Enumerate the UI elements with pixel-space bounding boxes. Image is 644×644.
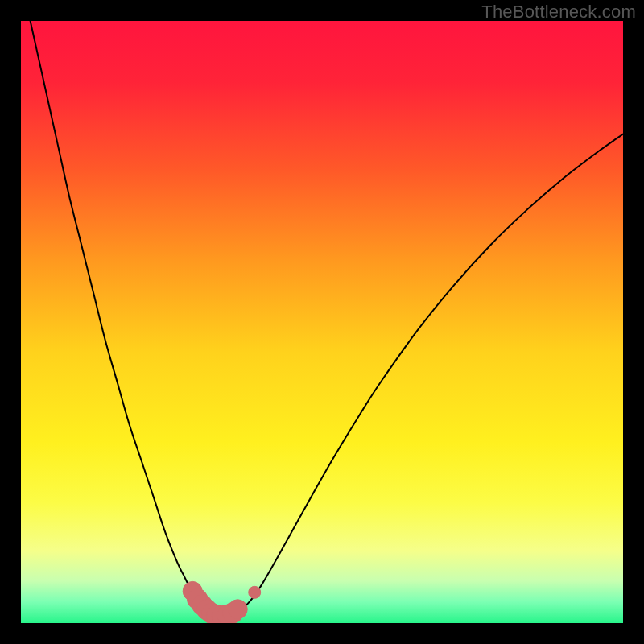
chart-frame: TheBottleneck.com [0, 0, 644, 644]
gradient-background [21, 21, 623, 623]
plot-area [21, 21, 623, 623]
chart-svg [21, 21, 623, 623]
curve-marker [249, 586, 261, 598]
curve-marker [228, 600, 247, 619]
watermark-text: TheBottleneck.com [481, 2, 636, 23]
